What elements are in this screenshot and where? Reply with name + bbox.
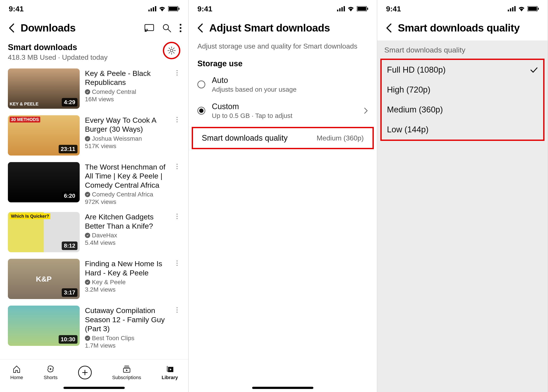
nav-shorts[interactable]: Shorts (43, 365, 57, 380)
nav-library[interactable]: Library (162, 365, 178, 380)
video-duration: 23:11 (59, 145, 78, 153)
svg-rect-23 (342, 7, 343, 11)
verified-icon (85, 192, 90, 197)
video-meta: The Worst Henchman of All Time | Key & P… (85, 162, 169, 205)
video-meta: Are Kitchen Gadgets Better Than a Knife?… (85, 212, 169, 252)
video-views: 1.7M views (85, 342, 169, 349)
video-channel: Comedy Central Africa (92, 191, 153, 198)
more-icon[interactable] (179, 24, 182, 32)
back-button[interactable] (7, 23, 16, 33)
video-thumbnail[interactable]: K&P 3:17 (8, 259, 80, 299)
video-thumbnail[interactable]: 10:30 (8, 306, 80, 346)
video-duration: 3:17 (62, 288, 78, 297)
video-item[interactable]: 10:30 Cutaway Compilation Season 12 - Fa… (8, 303, 180, 353)
quality-header: Smart downloads quality (377, 17, 548, 41)
video-more-icon[interactable]: ⋮ (174, 69, 180, 109)
quality-option-360p[interactable]: Medium (360p) (382, 100, 543, 120)
verified-icon (85, 89, 90, 95)
svg-point-13 (180, 30, 181, 32)
video-more-icon[interactable]: ⋮ (174, 259, 180, 299)
home-icon (12, 365, 21, 373)
video-thumbnail[interactable]: Which Is Quicker? 8:12 (8, 212, 80, 252)
nav-label: Library (162, 375, 178, 380)
video-thumbnail[interactable]: 30 METHODS 23:11 (8, 115, 80, 155)
page-title: Smart downloads quality (398, 22, 541, 34)
back-button[interactable] (195, 23, 205, 33)
svg-point-9 (163, 25, 169, 30)
downloads-header: Downloads (0, 17, 188, 41)
video-views: 5.4M views (85, 239, 169, 246)
video-more-icon[interactable]: ⋮ (174, 115, 180, 155)
option-subtitle: Adjusts based on your usage (212, 86, 297, 93)
svg-rect-0 (148, 10, 150, 11)
nav-label: Shorts (43, 375, 57, 380)
thumb-overlay-text: Which Is Quicker? (10, 213, 50, 219)
storage-option-custom[interactable]: Custom Up to 0.5 GB · Tap to adjust (189, 98, 377, 125)
video-thumbnail[interactable]: 6:20 (8, 162, 80, 202)
thumb-overlay-text: KEY & PEELE (10, 101, 38, 106)
video-channel: Key & Peele (92, 279, 126, 286)
back-button[interactable] (384, 23, 393, 33)
quality-option-144p[interactable]: Low (144p) (382, 120, 543, 140)
nav-subscriptions[interactable]: Subscriptions (112, 365, 141, 380)
svg-line-10 (168, 29, 171, 32)
chevron-right-icon (364, 107, 368, 114)
smart-downloads-quality-row[interactable]: Smart downloads quality Medium (360p) (192, 127, 374, 149)
video-channel: DaveHax (92, 232, 117, 239)
home-indicator (252, 387, 313, 389)
page-title: Adjust Smart downloads (209, 22, 370, 34)
video-item[interactable]: 30 METHODS 23:11 Every Way To Cook A Bur… (8, 113, 180, 160)
home-indicator (64, 387, 125, 389)
video-item[interactable]: 6:20 The Worst Henchman of All Time | Ke… (8, 160, 180, 209)
video-thumbnail[interactable]: KEY & PEELE 4:29 (8, 69, 80, 109)
video-meta: Key & Peele - Black Republicans Comedy C… (85, 69, 169, 109)
svg-rect-26 (357, 7, 366, 11)
shorts-icon (46, 365, 55, 373)
status-time: 9:41 (197, 5, 212, 13)
video-more-icon[interactable]: ⋮ (174, 306, 180, 349)
storage-use-label: Storage use (189, 59, 377, 72)
svg-rect-3 (155, 6, 156, 11)
status-bar: 9:41 (189, 0, 377, 17)
subscriptions-icon (122, 365, 131, 373)
gear-icon[interactable] (167, 46, 176, 55)
quality-option-720p[interactable]: High (720p) (382, 80, 543, 100)
video-more-icon[interactable]: ⋮ (174, 162, 180, 205)
cellular-icon (148, 6, 156, 11)
video-channel: Best Toon Clips (92, 335, 134, 342)
plus-icon (78, 366, 92, 379)
thumb-overlay-text: K&P (36, 275, 52, 283)
adjust-subtitle: Adjust storage use and quality for Smart… (189, 41, 377, 59)
nav-create[interactable] (78, 366, 92, 379)
video-more-icon[interactable]: ⋮ (174, 212, 180, 252)
radio-icon-selected (197, 107, 205, 115)
quality-options-highlight: Full HD (1080p) High (720p) Medium (360p… (380, 59, 545, 141)
svg-rect-21 (337, 10, 338, 11)
search-icon[interactable] (162, 24, 171, 32)
option-title: Custom (212, 102, 292, 111)
check-icon (530, 67, 538, 73)
cast-icon[interactable] (144, 24, 154, 32)
verified-icon (85, 233, 90, 238)
video-item[interactable]: Which Is Quicker? 8:12 Are Kitchen Gadge… (8, 209, 180, 256)
video-item[interactable]: K&P 3:17 Finding a New Home Is Hard - Ke… (8, 256, 180, 303)
quality-option-label: High (720p) (387, 85, 430, 95)
smart-downloads-header: Smart downloads 418.3 MB Used · Updated … (0, 41, 188, 63)
video-views: 517K views (85, 143, 169, 150)
status-icons (148, 6, 179, 11)
quality-option-1080p[interactable]: Full HD (1080p) (382, 60, 543, 80)
page-title: Downloads (21, 22, 140, 34)
nav-home[interactable]: Home (10, 365, 23, 380)
verified-icon (85, 280, 90, 285)
svg-rect-22 (339, 8, 341, 11)
svg-rect-6 (178, 8, 179, 10)
video-duration: 8:12 (62, 241, 78, 250)
svg-rect-29 (510, 8, 511, 11)
wifi-icon (347, 6, 355, 11)
storage-option-auto[interactable]: Auto Adjusts based on your usage (189, 72, 377, 98)
video-item[interactable]: KEY & PEELE 4:29 Key & Peele - Black Rep… (8, 66, 180, 113)
video-meta: Cutaway Compilation Season 12 - Family G… (85, 306, 169, 349)
svg-point-8 (145, 31, 146, 32)
video-title: Are Kitchen Gadgets Better Than a Knife? (85, 212, 169, 231)
battery-icon (168, 6, 179, 11)
